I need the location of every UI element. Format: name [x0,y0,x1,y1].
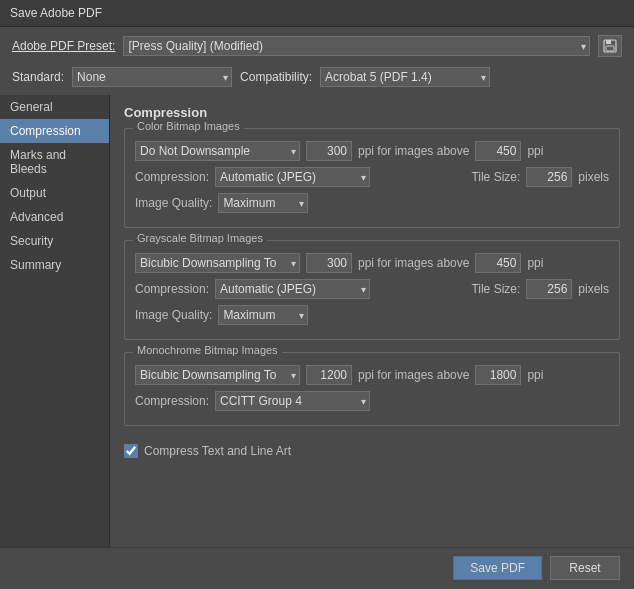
sidebar-item-marks-bleeds[interactable]: Marks and Bleeds [0,143,109,181]
preset-row: Adobe PDF Preset: [Press Quality] (Modif… [0,27,634,65]
preset-label: Adobe PDF Preset: [12,39,115,53]
reset-button[interactable]: Reset [550,556,620,580]
color-compression-label: Compression: [135,170,209,184]
color-tile-label: Tile Size: [471,170,520,184]
standard-row: Standard: None Compatibility: Acrobat 5 … [0,65,634,95]
mono-compression-select[interactable]: CCITT Group 3 CCITT Group 4 ZIP None [215,391,370,411]
color-compression-wrapper: Automatic (JPEG) JPEG JPEG 2000 ZIP None [215,167,370,187]
svg-rect-2 [606,46,614,51]
color-downsample-row: Do Not Downsample Average Downsampling T… [135,141,609,161]
compatibility-label: Compatibility: [240,70,312,84]
gray-quality-wrapper: Minimum Low Medium High Maximum [218,305,308,325]
sidebar-item-security[interactable]: Security [0,229,109,253]
gray-quality-label: Image Quality: [135,308,212,322]
grayscale-bitmap-content: Do Not Downsample Average Downsampling T… [135,253,609,325]
color-ppi-above-input[interactable] [475,141,521,161]
color-ppi-unit: ppi [527,144,543,158]
color-quality-wrapper: Minimum Low Medium High Maximum [218,193,308,213]
color-ppi-label: ppi for images above [358,144,469,158]
section-title: Compression [124,105,620,120]
gray-quality-select[interactable]: Minimum Low Medium High Maximum [218,305,308,325]
dialog: Adobe PDF Preset: [Press Quality] (Modif… [0,27,634,588]
grayscale-bitmap-group: Grayscale Bitmap Images Do Not Downsampl… [124,240,620,340]
sidebar-item-summary[interactable]: Summary [0,253,109,277]
standard-label: Standard: [12,70,64,84]
gray-ppi-input[interactable] [306,253,352,273]
color-downsample-select[interactable]: Do Not Downsample Average Downsampling T… [135,141,300,161]
gray-tile-unit: pixels [578,282,609,296]
gray-ppi-above-input[interactable] [475,253,521,273]
monochrome-bitmap-title: Monochrome Bitmap Images [133,344,282,356]
bottom-bar: Save PDF Reset [0,547,634,588]
compatibility-select-wrapper: Acrobat 5 (PDF 1.4) [320,67,490,87]
mono-downsample-select[interactable]: Do Not Downsample Average Downsampling T… [135,365,300,385]
title-bar: Save Adobe PDF [0,0,634,27]
color-downsample-wrapper: Do Not Downsample Average Downsampling T… [135,141,300,161]
color-compression-select[interactable]: Automatic (JPEG) JPEG JPEG 2000 ZIP None [215,167,370,187]
mono-ppi-input[interactable] [306,365,352,385]
preset-select[interactable]: [Press Quality] (Modified) [123,36,590,56]
gray-compression-wrapper: Automatic (JPEG) JPEG JPEG 2000 ZIP None [215,279,370,299]
monochrome-bitmap-group: Monochrome Bitmap Images Do Not Downsamp… [124,352,620,426]
gray-quality-row: Image Quality: Minimum Low Medium High M… [135,305,609,325]
gray-downsample-row: Do Not Downsample Average Downsampling T… [135,253,609,273]
gray-tile-label: Tile Size: [471,282,520,296]
standard-select[interactable]: None [72,67,232,87]
sidebar-item-compression[interactable]: Compression [0,119,109,143]
color-tile-unit: pixels [578,170,609,184]
sidebar-item-general[interactable]: General [0,95,109,119]
title-text: Save Adobe PDF [10,6,102,20]
gray-downsample-wrapper: Do Not Downsample Average Downsampling T… [135,253,300,273]
color-bitmap-content: Do Not Downsample Average Downsampling T… [135,141,609,213]
sidebar-item-output[interactable]: Output [0,181,109,205]
svg-rect-1 [606,40,611,44]
preset-select-wrapper: [Press Quality] (Modified) [123,36,590,56]
gray-compression-select[interactable]: Automatic (JPEG) JPEG JPEG 2000 ZIP None [215,279,370,299]
gray-compression-label: Compression: [135,282,209,296]
content-area: Compression Color Bitmap Images Do Not D… [110,95,634,547]
gray-compression-row: Compression: Automatic (JPEG) JPEG JPEG … [135,279,609,299]
gray-tile-input[interactable] [526,279,572,299]
main-content: General Compression Marks and Bleeds Out… [0,95,634,547]
color-quality-row: Image Quality: Minimum Low Medium High M… [135,193,609,213]
compress-text-checkbox[interactable] [124,444,138,458]
color-bitmap-group: Color Bitmap Images Do Not Downsample Av… [124,128,620,228]
color-bitmap-title: Color Bitmap Images [133,120,244,132]
sidebar: General Compression Marks and Bleeds Out… [0,95,110,547]
gray-ppi-unit: ppi [527,256,543,270]
mono-downsample-wrapper: Do Not Downsample Average Downsampling T… [135,365,300,385]
compress-text-row: Compress Text and Line Art [124,438,620,460]
mono-downsample-row: Do Not Downsample Average Downsampling T… [135,365,609,385]
monochrome-bitmap-content: Do Not Downsample Average Downsampling T… [135,365,609,411]
mono-ppi-above-input[interactable] [475,365,521,385]
mono-ppi-label: ppi for images above [358,368,469,382]
color-tile-input[interactable] [526,167,572,187]
color-compression-row: Compression: Automatic (JPEG) JPEG JPEG … [135,167,609,187]
compatibility-select[interactable]: Acrobat 5 (PDF 1.4) [320,67,490,87]
color-quality-label: Image Quality: [135,196,212,210]
mono-compression-label: Compression: [135,394,209,408]
preset-save-icon[interactable] [598,35,622,57]
sidebar-item-advanced[interactable]: Advanced [0,205,109,229]
mono-compression-row: Compression: CCITT Group 3 CCITT Group 4… [135,391,609,411]
grayscale-bitmap-title: Grayscale Bitmap Images [133,232,267,244]
standard-select-wrapper: None [72,67,232,87]
compress-text-label[interactable]: Compress Text and Line Art [144,444,291,458]
save-pdf-button[interactable]: Save PDF [453,556,542,580]
color-quality-select[interactable]: Minimum Low Medium High Maximum [218,193,308,213]
color-ppi-input[interactable] [306,141,352,161]
gray-downsample-select[interactable]: Do Not Downsample Average Downsampling T… [135,253,300,273]
mono-compression-wrapper: CCITT Group 3 CCITT Group 4 ZIP None [215,391,370,411]
gray-ppi-label: ppi for images above [358,256,469,270]
mono-ppi-unit: ppi [527,368,543,382]
